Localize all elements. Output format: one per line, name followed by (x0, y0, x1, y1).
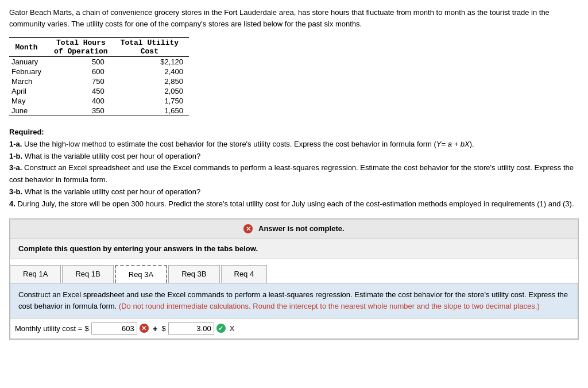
plus-sign: + (151, 324, 160, 333)
answer-banner: ✕ Answer is not complete. (10, 219, 578, 239)
dollar-sign-1: $ (84, 324, 88, 333)
cell-hours: 400 (52, 96, 118, 106)
tab-req1a[interactable]: Req 1A (10, 265, 61, 283)
table-row: January 500 $2,120 (9, 57, 189, 67)
answer-wrapper: ✕ Answer is not complete. Complete this … (9, 218, 579, 340)
tab-req3b[interactable]: Req 3B (168, 265, 219, 283)
table-row: June 350 1,650 (9, 106, 189, 116)
cell-month: March (9, 76, 52, 86)
cell-cost: $2,120 (118, 57, 189, 67)
data-table: Month Total Hoursof Operation Total Util… (9, 37, 189, 116)
tab-note-text: (Do not round intermediate calculations.… (119, 302, 540, 310)
cell-cost: 2,850 (118, 76, 189, 86)
tab-content-req3a: Construct an Excel spreadsheet and use t… (10, 283, 578, 318)
req-3a-text: Construct an Excel spreadsheet and use t… (9, 163, 574, 184)
required-section: Required: 1-a. Use the high-low method t… (9, 126, 579, 210)
req-4-label: 4. (9, 199, 16, 208)
clear-all-button[interactable]: X (228, 324, 237, 333)
table-row: May 400 1,750 (9, 96, 189, 106)
monthly-utility-label: Monthly utility cost = (15, 324, 82, 333)
cell-hours: 750 (52, 76, 118, 86)
tab-req1b[interactable]: Req 1B (62, 265, 113, 283)
cell-cost: 1,650 (118, 106, 189, 116)
req-3b-label: 3-b. (9, 187, 22, 196)
req-1a-label: 1-a. (9, 140, 22, 148)
check-icon: ✓ (216, 324, 226, 333)
not-complete-text: Answer is not complete. (258, 224, 345, 233)
cell-hours: 500 (52, 57, 118, 67)
table-row: February 600 2,400 (9, 67, 189, 76)
answer-row: Monthly utility cost = $ ✕ + $ ✓ X (10, 318, 578, 339)
col-month: Month (9, 38, 52, 57)
cell-hours: 600 (52, 67, 118, 76)
clear-intercept-button[interactable]: ✕ (140, 324, 149, 333)
req-4-text: During July, the store will be open 300 … (17, 199, 574, 208)
table-row: March 750 2,850 (9, 76, 189, 86)
required-title: Required: (9, 128, 44, 136)
cell-month: April (9, 86, 52, 96)
tab-req4[interactable]: Req 4 (221, 265, 268, 283)
req-3b-text: What is the variable utility cost per ho… (25, 187, 200, 196)
col-hours: Total Hoursof Operation (52, 38, 118, 57)
req-3a-label: 3-a. (9, 163, 22, 172)
complete-instruction: Complete this question by entering your … (10, 239, 578, 259)
table-row: April 450 2,050 (9, 86, 189, 96)
cell-month: January (9, 57, 52, 67)
not-complete-icon: ✕ (243, 224, 253, 233)
intercept-input[interactable] (91, 322, 137, 335)
cell-cost: 2,050 (118, 86, 189, 96)
cell-month: June (9, 106, 52, 116)
tab-req3a[interactable]: Req 3A (115, 265, 167, 283)
dollar-sign-2: $ (161, 324, 165, 333)
intro-paragraph: Gator Beach Marts, a chain of convenienc… (9, 7, 579, 29)
req-1a-text: Use the high-low method to estimate the … (24, 140, 474, 148)
cell-cost: 2,400 (118, 67, 189, 76)
cell-cost: 1,750 (118, 96, 189, 106)
cell-hours: 350 (52, 106, 118, 116)
cell-month: February (9, 67, 52, 76)
req-1b-text: What is the variable utility cost per ho… (25, 152, 200, 160)
req-1b-label: 1-b. (9, 152, 22, 160)
col-cost: Total UtilityCost (118, 38, 189, 57)
cell-month: May (9, 96, 52, 106)
slope-input[interactable] (168, 322, 214, 335)
tabs-row: Req 1A Req 1B Req 3A Req 3B Req 4 (10, 265, 578, 283)
cell-hours: 450 (52, 86, 118, 96)
